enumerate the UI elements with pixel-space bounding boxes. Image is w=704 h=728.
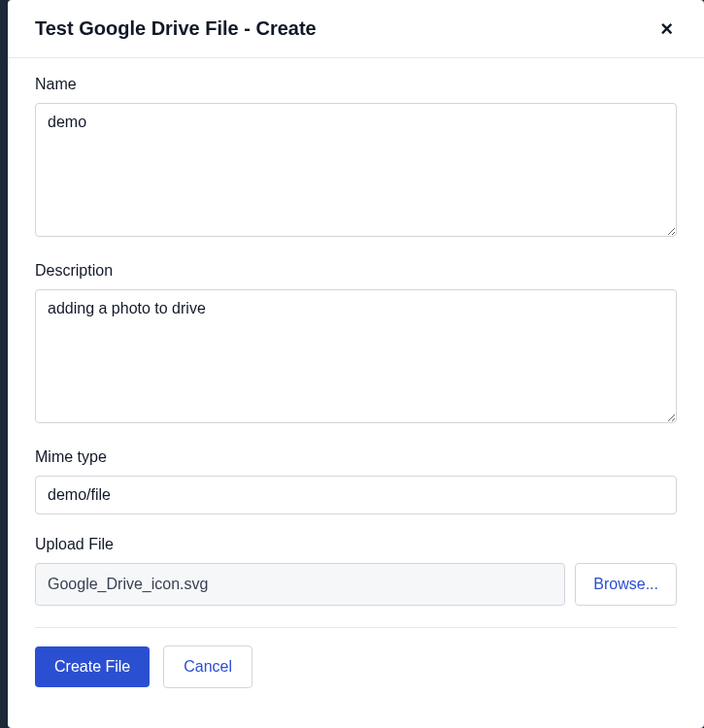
footer-divider	[35, 627, 677, 628]
browse-button[interactable]: Browse...	[575, 563, 677, 606]
close-icon: ×	[660, 17, 673, 41]
mime-type-form-group: Mime type	[35, 448, 677, 514]
upload-row: Google_Drive_icon.svg Browse...	[35, 563, 677, 606]
name-form-group: Name demo	[35, 76, 677, 241]
description-form-group: Description adding a photo to drive	[35, 262, 677, 427]
upload-filename-display: Google_Drive_icon.svg	[35, 563, 565, 606]
cancel-button[interactable]: Cancel	[163, 645, 252, 688]
description-label: Description	[35, 262, 677, 280]
modal-dialog: Test Google Drive File - Create × Name d…	[8, 0, 704, 728]
mime-type-input[interactable]	[35, 476, 677, 514]
upload-label: Upload File	[35, 536, 677, 553]
mime-type-label: Mime type	[35, 448, 677, 466]
modal-body: Name demo Description adding a photo to …	[8, 58, 704, 728]
name-label: Name	[35, 76, 677, 93]
name-input[interactable]: demo	[35, 103, 677, 237]
modal-header: Test Google Drive File - Create ×	[8, 0, 704, 58]
close-button[interactable]: ×	[656, 18, 677, 40]
upload-form-group: Upload File Google_Drive_icon.svg Browse…	[35, 536, 677, 606]
modal-footer: Create File Cancel	[35, 645, 677, 688]
description-input[interactable]: adding a photo to drive	[35, 289, 677, 423]
create-file-button[interactable]: Create File	[35, 646, 150, 687]
modal-title: Test Google Drive File - Create	[35, 17, 317, 40]
